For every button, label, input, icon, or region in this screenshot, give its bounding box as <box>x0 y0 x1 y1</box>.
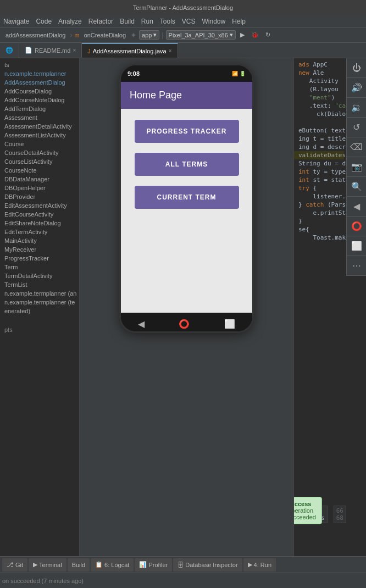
rotate-button[interactable]: ↺ <box>347 118 366 137</box>
code-line-e3: ing d = descriptio <box>294 143 344 151</box>
device-dropdown[interactable]: Pixel_3a_API_30_x86▾ <box>166 30 236 40</box>
code-panel: ⏻ 🔊 🔉 ↺ ⌫ 📷 🔍 ◀ ⭕ ⬜ ⋯ ads AppC new Ale <box>294 58 366 556</box>
square-button[interactable]: ⬜ <box>347 236 366 256</box>
status-bar: ⎇ Git ▶ Terminal Build 📋 6: Logcat 📊 Pro… <box>0 556 366 573</box>
menu-refactor[interactable]: Refactor <box>88 18 113 25</box>
file-item-receiver[interactable]: MyReceiver <box>0 245 79 254</box>
menu-analyze[interactable]: Analyze <box>58 18 82 25</box>
bottom-message-bar: on succeeded (7 minutes ago) <box>0 573 366 588</box>
circle-button[interactable]: ⭕ <box>347 217 366 236</box>
file-item-package-te[interactable]: n.example.termplanner (te <box>0 298 79 307</box>
git-icon: ⎇ <box>7 561 14 568</box>
toolbar-class-method[interactable]: onCreateDialog <box>82 31 128 40</box>
tab-globe[interactable]: 🌐 <box>0 43 19 58</box>
logcat-icon: 📋 <box>95 561 103 568</box>
progress-tracker-button[interactable]: PROGRESS TRACKER <box>135 120 239 143</box>
tab-readme-close[interactable]: × <box>73 47 76 53</box>
code-line-e2: ing t = title.getT <box>294 135 344 143</box>
zoom-button[interactable]: 🔍 <box>347 177 366 197</box>
wifi-icon: 📶 <box>232 71 238 76</box>
current-term-button[interactable]: CURRENT TERM <box>135 186 239 209</box>
file-item-term-detail[interactable]: TermDetailActivity <box>0 271 79 280</box>
file-item-db-provider[interactable]: DBProvider <box>0 192 79 201</box>
power-button[interactable]: ⏻ <box>347 58 366 78</box>
file-item-edit-course[interactable]: EditCourseActivity <box>0 210 79 219</box>
code-line-4: (R.layou <box>294 85 344 93</box>
logcat-button[interactable]: 📋 6: Logcat <box>91 558 134 572</box>
back-button[interactable]: ◀ <box>347 197 366 217</box>
file-item-course[interactable]: Course <box>0 140 79 148</box>
git-button[interactable]: ⎇ Git <box>2 558 27 572</box>
build-button[interactable]: Build <box>68 558 90 572</box>
tab-java-close[interactable]: × <box>169 48 172 54</box>
debug-button[interactable]: 🐞 <box>249 30 261 40</box>
file-item-term[interactable]: Term <box>0 263 79 271</box>
terminal-button[interactable]: ▶ Terminal <box>29 558 66 572</box>
sync-button[interactable]: ↻ <box>263 30 273 40</box>
file-item-course-note[interactable]: CourseNote <box>0 166 79 175</box>
file-item-package[interactable]: n.example.termplanner <box>0 69 79 78</box>
phone-status-icons: 📶 🔋 <box>232 71 246 76</box>
phone-status-bar: 9:08 📶 🔋 <box>121 65 252 82</box>
run-bottom-button[interactable]: ▶ 4: Run <box>243 558 276 572</box>
toolbar-breadcrumb[interactable]: addAssessmentDialog <box>3 31 68 40</box>
menu-tools[interactable]: Tools <box>160 18 175 25</box>
file-item-add-assessment[interactable]: AddAssessmentDialog <box>0 78 79 87</box>
file-item-assessment-list[interactable]: AssessmentListActivity <box>0 131 79 140</box>
more-button[interactable]: ⋯ <box>347 256 366 276</box>
volume-up-button[interactable]: 🔊 <box>347 78 366 98</box>
file-item-course-list[interactable]: CourseListActivity <box>0 157 79 166</box>
app-dropdown[interactable]: app▾ <box>139 30 159 40</box>
nav-home-button[interactable]: ⭕ <box>179 319 190 329</box>
code-line-8 <box>294 118 344 126</box>
ide-background: TermPlanner - AddAssessmentDialog Naviga… <box>0 0 366 588</box>
menu-code[interactable]: Code <box>36 18 52 25</box>
file-item[interactable]: ts <box>0 60 79 69</box>
floating-panel: ⏻ 🔊 🔉 ↺ ⌫ 📷 🔍 ◀ ⭕ ⬜ ⋯ <box>346 58 366 276</box>
all-terms-button[interactable]: ALL TERMS <box>135 153 239 176</box>
code-line-2: new Ale <box>294 69 344 77</box>
file-item-db-open[interactable]: DBOpenHelper <box>0 184 79 192</box>
code-line-e13: se{ <box>294 225 344 234</box>
nav-back-button[interactable]: ◀ <box>138 319 145 329</box>
menu-build[interactable]: Build <box>120 18 135 25</box>
ide-title: TermPlanner - AddAssessmentDialog <box>4 4 362 11</box>
file-item-edit-assessment[interactable]: EditAssessmentActivity <box>0 201 79 210</box>
battery-icon: 🔋 <box>240 71 246 76</box>
toast-message: Operation succeeded <box>294 507 316 520</box>
file-item-course-detail[interactable]: CourseDetailActivity <box>0 148 79 157</box>
file-item-add-term[interactable]: AddTermDialog <box>0 104 79 113</box>
file-item-edit-share[interactable]: EditShareNoteDialog <box>0 219 79 228</box>
file-item-package-an[interactable]: n.example.termplanner (an <box>0 289 79 298</box>
menu-vcs[interactable]: VCS <box>182 18 196 25</box>
menu-window[interactable]: Window <box>202 18 226 25</box>
tab-java[interactable]: J AddAssessmentDialog.java × <box>82 43 178 58</box>
phone-notch <box>170 65 203 73</box>
file-item-assessment[interactable]: Assessment <box>0 113 79 122</box>
erase-button[interactable]: ⌫ <box>347 137 366 157</box>
file-item-edit-term[interactable]: EditTermActivity <box>0 228 79 236</box>
nav-recent-button[interactable]: ⬜ <box>224 319 235 329</box>
file-item-assessment-detail[interactable]: AssessmentDetailActivity <box>0 122 79 131</box>
file-item-add-course-note[interactable]: AddCourseNoteDialog <box>0 96 79 104</box>
code-line-e9: listener.appl <box>294 192 344 201</box>
file-item-main[interactable]: MainActivity <box>0 236 79 245</box>
file-item-term-list[interactable]: TermList <box>0 280 79 289</box>
profiler-button[interactable]: 📊 Profiler <box>135 558 172 572</box>
line-66: 66 <box>336 507 343 514</box>
camera-button[interactable]: 📷 <box>347 157 366 177</box>
menu-run[interactable]: Run <box>141 18 153 25</box>
menu-navigate[interactable]: Navigate <box>3 18 29 25</box>
file-item-add-course[interactable]: AddCourseDialog <box>0 87 79 96</box>
home-title: Home Page <box>130 90 182 101</box>
tab-readme[interactable]: 📄 README.md × <box>19 43 82 58</box>
menu-help[interactable]: Help <box>232 18 246 25</box>
volume-down-button[interactable]: 🔉 <box>347 98 366 118</box>
phone-nav-bar: ◀ ⭕ ⬜ <box>121 313 252 333</box>
run-button[interactable]: ▶ <box>238 30 247 40</box>
file-item-db-data[interactable]: DBDataManager <box>0 175 79 184</box>
db-inspector-button[interactable]: 🗄 Database Inspector <box>173 558 242 572</box>
bottom-status-message: on succeeded (7 minutes ago) <box>2 578 84 584</box>
file-item-generated[interactable]: enerated) <box>0 307 79 315</box>
file-item-progress[interactable]: ProgressTracker <box>0 254 79 263</box>
